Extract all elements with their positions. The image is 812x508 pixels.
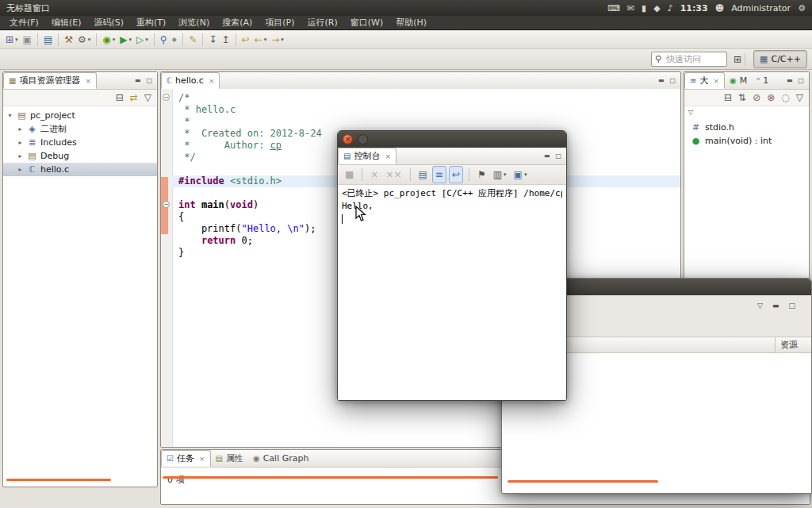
previous-annotation-button[interactable]: ↥: [220, 32, 232, 48]
tree-item-hello-c[interactable]: ▸ℂhello.c: [3, 163, 157, 176]
close-icon[interactable]: ×: [85, 77, 91, 85]
expand-arrow-icon[interactable]: ▸: [17, 125, 24, 133]
console-window[interactable]: × ▤ 控制台 × ▬ □ ■×××▤≡↩⚑▥▾▣▾ <已终止> pc_proj…: [337, 130, 567, 401]
terminate-button[interactable]: ■: [343, 167, 356, 183]
open-perspective-button[interactable]: ⊞: [733, 54, 741, 65]
minimize-button[interactable]: ▬: [544, 152, 550, 160]
menu-item-8[interactable]: 窗口(W): [344, 16, 389, 30]
next-annotation-button[interactable]: ↧: [206, 32, 219, 48]
close-icon[interactable]: ×: [209, 77, 215, 85]
forward-button[interactable]: →▾: [269, 32, 286, 48]
tree-item-debug-folder[interactable]: ▸▤Debug: [3, 149, 157, 163]
quick-access-input[interactable]: [665, 53, 723, 65]
back-button[interactable]: ←▾: [252, 32, 270, 48]
clear-console-button[interactable]: ▤: [416, 167, 430, 183]
expand-arrow-icon[interactable]: ▸: [17, 166, 24, 173]
overlay-scrollbar-bottom[interactable]: [163, 476, 498, 479]
menu-item-3[interactable]: 重构(T): [130, 16, 172, 30]
sort-button[interactable]: ⇅: [736, 90, 749, 106]
maximize-button[interactable]: □: [788, 302, 795, 310]
view-menu-button[interactable]: ▽: [142, 90, 154, 106]
build-all-button[interactable]: ⚒: [62, 32, 75, 48]
maximize-button[interactable]: [358, 134, 368, 144]
outline-item-0[interactable]: #stdio.h: [684, 121, 809, 134]
tree-item-includes[interactable]: ▸≣Includes: [3, 136, 157, 149]
close-icon[interactable]: ×: [713, 77, 719, 85]
open-element-button[interactable]: ⚲: [158, 32, 170, 48]
build-configuration-button[interactable]: ⚙▾: [75, 32, 93, 48]
overlay-scrollbar-left[interactable]: [6, 479, 111, 481]
volume-icon[interactable]: ♪: [668, 3, 673, 13]
resource-column-header[interactable]: 资源: [775, 337, 811, 352]
new-wizard-button[interactable]: ⊞▾: [3, 32, 21, 48]
minimize-button[interactable]: ▬: [135, 77, 141, 84]
mark-occurrences-button[interactable]: ✎: [186, 32, 199, 48]
minimize-button[interactable]: ▬: [772, 302, 779, 310]
dropdown-arrow-icon[interactable]: ▾: [15, 37, 18, 43]
display-console-button[interactable]: ▥▾: [491, 167, 509, 183]
tasks-tab-2[interactable]: ◉Call Graph: [248, 450, 314, 467]
dropdown-arrow-icon[interactable]: ▾: [281, 37, 284, 43]
new-source-file-button[interactable]: ▤: [41, 32, 55, 48]
dropdown-arrow-icon[interactable]: ▾: [129, 37, 132, 43]
expand-arrow-icon[interactable]: ▸: [17, 139, 24, 146]
fold-collapse-icon[interactable]: −: [163, 94, 170, 101]
menu-item-7[interactable]: 运行(R): [301, 16, 344, 30]
open-console-button[interactable]: ▣▾: [511, 167, 530, 183]
power-icon[interactable]: ⚙: [798, 3, 806, 13]
dropdown-arrow-icon[interactable]: ▾: [88, 37, 91, 43]
hide-non-public-button[interactable]: ◌: [779, 90, 791, 106]
remove-launch-button[interactable]: ×: [368, 167, 381, 183]
battery-icon[interactable]: ▮: [642, 3, 646, 13]
last-edit-location-button[interactable]: ↩: [239, 32, 252, 48]
hide-static-button[interactable]: ⊗: [764, 90, 777, 106]
console-output[interactable]: <已终止> pc_project [C/C++ 应用程序] /home/cp/w…: [338, 185, 566, 400]
outline-tab-0[interactable]: ≡大×: [684, 72, 725, 89]
link-with-editor-button[interactable]: ⇄: [128, 90, 140, 106]
pin-console-button[interactable]: ⚑: [475, 167, 488, 183]
tree-item-pc-project[interactable]: ▾▤pc_project: [3, 109, 157, 122]
outline-tab-1[interactable]: ◉M: [725, 72, 752, 89]
maximize-button[interactable]: □: [555, 152, 561, 160]
console-window-titlebar[interactable]: ×: [338, 131, 566, 148]
word-wrap-button[interactable]: ↩: [449, 166, 463, 183]
menu-item-5[interactable]: 搜索(A): [216, 16, 259, 30]
run-button[interactable]: ▶▾: [117, 32, 134, 48]
collapse-all-button[interactable]: ⊟: [113, 90, 126, 106]
overlay-scrollbar-window[interactable]: [508, 480, 658, 483]
bluetooth-icon[interactable]: ◆: [653, 3, 660, 13]
hide-fields-button[interactable]: ⊘: [750, 90, 763, 106]
keyboard-layout-icon[interactable]: ⌨: [607, 3, 620, 13]
outline-item-1[interactable]: ●main(void) : int: [684, 134, 809, 148]
tree-item-binaries[interactable]: ▸◈二进制: [3, 122, 157, 136]
dropdown-arrow-icon[interactable]: ▾: [113, 37, 116, 43]
view-menu-button[interactable]: ▽: [757, 302, 763, 310]
maximize-button[interactable]: □: [146, 77, 152, 84]
view-menu-icon[interactable]: ▽: [688, 109, 693, 116]
dropdown-arrow-icon[interactable]: ▾: [524, 171, 527, 178]
external-tools-button[interactable]: ▷▾: [134, 32, 151, 48]
messages-icon[interactable]: ✉: [627, 3, 634, 13]
menu-item-2[interactable]: 源码(S): [87, 16, 130, 30]
collapse-all-button[interactable]: ⊟: [722, 90, 734, 106]
tab-project-explorer[interactable]: ▦ 项目资源管理器 ×: [3, 72, 97, 89]
close-button[interactable]: ×: [343, 134, 353, 144]
maximize-button[interactable]: □: [669, 77, 676, 84]
menu-item-1[interactable]: 编辑(E): [45, 16, 88, 30]
minimize-button[interactable]: ▬: [787, 77, 793, 84]
close-icon[interactable]: ×: [199, 455, 205, 463]
outline-tab-2[interactable]: ⁿ1: [752, 72, 773, 89]
fold-collapse-icon[interactable]: −: [163, 201, 170, 208]
dropdown-arrow-icon[interactable]: ▾: [264, 37, 267, 43]
quick-access-search[interactable]: ⚲: [651, 52, 727, 67]
editor-tab-hello-c[interactable]: ℂ hello.c ×: [161, 72, 220, 89]
dropdown-arrow-icon[interactable]: ▾: [145, 37, 148, 43]
menu-item-0[interactable]: 文件(F): [3, 16, 45, 30]
tasks-tab-1[interactable]: ▤属性: [211, 450, 248, 467]
debug-button[interactable]: ◉▾: [100, 32, 117, 48]
menu-item-9[interactable]: 帮助(H): [389, 16, 433, 30]
perspective-c-cpp-button[interactable]: ▦ C/C++: [753, 50, 807, 68]
maximize-button[interactable]: □: [798, 77, 804, 84]
search-button[interactable]: ⌖: [170, 32, 180, 48]
minimize-button[interactable]: ▬: [658, 77, 665, 84]
